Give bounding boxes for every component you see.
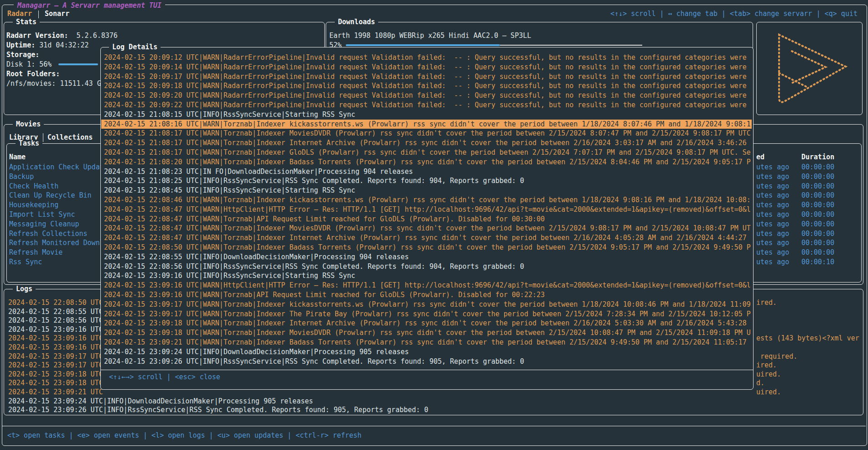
top-keybinds: <↑↓> scroll | ↔ change tab | <tab> chang… xyxy=(610,9,858,19)
task-row-name[interactable]: Clean Up Recycle Bin xyxy=(9,191,92,200)
log-row[interactable]: 2024-02-15 23:09:16 UTC xyxy=(8,343,103,352)
log-row[interactable]: 2024-02-15 23:09:16 UTC xyxy=(8,325,103,335)
task-row-executed: utes ago xyxy=(756,248,789,257)
task-row-duration: 00:00:00 xyxy=(801,238,834,248)
tab-collections[interactable]: Collections xyxy=(47,133,93,142)
log-details-row[interactable]: 2024-02-15 21:08:23 UTC|IN FO|DownloadDe… xyxy=(101,167,752,177)
download-progress-bar xyxy=(346,44,500,46)
task-row-name[interactable]: Application Check Updat xyxy=(9,162,104,172)
log-details-row[interactable]: 2024-02-15 23:09:17 UTC|WARN|Torznab|Ind… xyxy=(101,300,752,309)
task-row-name[interactable]: Import List Sync xyxy=(9,210,75,220)
task-row-name[interactable]: Rss Sync xyxy=(9,257,42,267)
log-details-row[interactable]: 2024-02-15 21:08:25 UTC|INFO|RssSyncServ… xyxy=(101,176,752,186)
log-details-row[interactable]: 2024-02-15 21:08:17 UTC|WARN|Torznab|Ind… xyxy=(101,129,752,138)
log-details-row[interactable]: 2024-02-15 23:09:18 UTC|WARN|Torznab|Ind… xyxy=(101,328,752,338)
task-row-executed: utes ago xyxy=(756,191,789,200)
log-row[interactable]: 2024-02-15 23:09:26 UTC|INFO|RssSyncServ… xyxy=(8,405,428,415)
log-row[interactable]: 2024-02-15 23:09:17 UTC xyxy=(8,352,103,361)
log-details-row[interactable]: 2024-02-15 20:09:22 UTC|WARN|RadarrError… xyxy=(101,100,752,110)
task-row-name[interactable]: Backup xyxy=(9,172,34,182)
log-details-row[interactable]: 2024-02-15 22:08:50 UTC|WARN|Torznab|Ind… xyxy=(101,243,752,252)
log-details-row[interactable]: 2024-02-15 20:09:17 UTC|WARN|RadarrError… xyxy=(101,72,752,82)
log-row[interactable]: 2024-02-15 23:09:18 UTC xyxy=(8,378,103,388)
task-row-duration: 00:00:00 xyxy=(801,172,834,182)
log-details-row[interactable]: 2024-02-15 23:09:21 UTC|WARN|Torznab|Ind… xyxy=(101,338,752,347)
log-details-row[interactable]: 2024-02-15 21:08:17 UTC|WARN|Torznab|Ind… xyxy=(101,138,752,148)
download-item[interactable]: Earth 1998 1080p WEBRip x265 Hindi AAC2.… xyxy=(329,31,531,41)
log-details-row[interactable]: 2024-02-15 23:09:16 UTC|INFO|RssSyncServ… xyxy=(101,271,752,281)
task-row-name[interactable]: Refresh Monitored Downl xyxy=(9,238,104,248)
log-details-row[interactable]: 2024-02-15 23:09:16 UTC|WARN|HttpClient|… xyxy=(101,281,752,290)
log-row[interactable]: 2024-02-15 22:08:50 UTC xyxy=(8,298,103,308)
bottom-divider xyxy=(2,426,866,426)
log-details-row-selected[interactable]: 2024-02-15 21:08:16 UTC|WARN|Torznab|Ind… xyxy=(101,120,752,129)
task-row-duration: 00:00:00 xyxy=(801,210,834,220)
task-row-executed: utes ago xyxy=(756,172,789,182)
download-progress-track xyxy=(500,45,642,46)
log-row[interactable]: 2024-02-15 23:09:21 UTC xyxy=(8,387,103,397)
task-row-name[interactable]: Housekeeping xyxy=(9,200,58,210)
task-row-executed: utes ago xyxy=(756,162,789,172)
log-row-tail: uired. xyxy=(756,370,781,379)
log-details-row[interactable]: 2024-02-15 20:09:18 UTC|WARN|RadarrError… xyxy=(101,81,752,91)
task-row-name[interactable]: Refresh Movie xyxy=(9,248,62,257)
log-details-row[interactable]: 2024-02-15 23:09:16 UTC|WARN|Torznab|API… xyxy=(101,290,752,300)
task-row-executed: utes ago xyxy=(756,257,789,267)
log-details-row[interactable]: 2024-02-15 20:09:14 UTC|WARN|RadarrError… xyxy=(101,63,752,72)
task-row-name[interactable]: Messaging Cleanup xyxy=(9,220,79,229)
log-details-row[interactable]: 2024-02-15 21:08:20 UTC|WARN|Torznab|Ind… xyxy=(101,157,752,167)
log-row[interactable]: 2024-02-15 23:09:24 UTC|INFO|DownloadDec… xyxy=(8,397,313,406)
log-details-list[interactable]: 2024-02-15 20:09:12 UTC|WARN|RadarrError… xyxy=(101,53,752,368)
stats-title: Stats xyxy=(13,18,40,26)
task-row-duration: 00:00:00 xyxy=(801,162,834,172)
task-row-duration: 00:00:10 xyxy=(801,257,834,267)
tab-separator xyxy=(38,10,39,18)
movies-tab-separator xyxy=(43,133,43,142)
log-row-tail: d. xyxy=(756,378,764,388)
log-details-row[interactable]: 2024-02-15 23:09:18 UTC|WARN|Torznab|Ind… xyxy=(101,319,752,328)
task-row-duration: 00:00:00 xyxy=(801,220,834,229)
log-details-row[interactable]: 2024-02-15 20:09:12 UTC|WARN|RadarrError… xyxy=(101,53,752,63)
task-row-executed: utes ago xyxy=(756,229,789,239)
task-row-duration: 00:00:00 xyxy=(801,182,834,191)
tab-sonarr[interactable]: Sonarr xyxy=(45,9,69,19)
log-details-row[interactable]: 2024-02-15 20:09:20 UTC|WARN|RadarrError… xyxy=(101,91,752,100)
log-details-row[interactable]: 2024-02-15 23:09:24 UTC|INFO|DownloadDec… xyxy=(101,347,752,357)
log-details-divider xyxy=(101,370,753,370)
stats-line: Storage: xyxy=(6,50,39,60)
log-details-row[interactable]: 2024-02-15 22:08:46 UTC|WARN|Torznab|Ind… xyxy=(101,195,752,205)
task-row-executed: utes ago xyxy=(756,182,789,191)
log-details-row[interactable]: 2024-02-15 21:08:15 UTC|INFO|RssSyncServ… xyxy=(101,110,752,120)
log-details-row[interactable]: 2024-02-15 23:09:26 UTC|INFO|RssSyncServ… xyxy=(101,357,752,366)
log-row-tail: required. xyxy=(756,352,797,361)
stats-line: Root Folders: xyxy=(6,69,60,79)
task-row-executed: utes ago xyxy=(756,210,789,220)
task-row-name[interactable]: Refresh Collections xyxy=(9,229,88,239)
log-details-row[interactable]: 2024-02-15 21:08:17 UTC|WARN|Torznab|Ind… xyxy=(101,148,752,157)
disk-gauge xyxy=(58,63,98,65)
task-row-duration: 00:00:00 xyxy=(801,229,834,239)
log-row[interactable]: 2024-02-15 23:09:17 UTC xyxy=(8,361,103,370)
log-row-tail: ests (143 bytes)<?xml ver xyxy=(756,334,859,343)
stats-line: /nfs/movies: 11511.43 GB xyxy=(6,79,105,89)
log-details-row[interactable]: 2024-02-15 22:08:47 UTC|WARN|Torznab|Ind… xyxy=(101,233,752,243)
log-details-row[interactable]: 2024-02-15 22:08:47 UTC|WARN|HttpClient|… xyxy=(101,205,752,215)
tasks-col-executed: ed xyxy=(756,152,764,162)
log-details-row[interactable]: 2024-02-15 23:09:17 UTC|WARN|Torznab|Ind… xyxy=(101,309,752,319)
log-details-row[interactable]: 2024-02-15 22:08:45 UTC|INFO|RssSyncServ… xyxy=(101,186,752,195)
log-row[interactable]: 2024-02-15 23:09:18 UTC xyxy=(8,370,103,379)
log-details-row[interactable]: 2024-02-15 22:08:47 UTC|WARN|Torznab|Ind… xyxy=(101,224,752,233)
log-row[interactable]: 2024-02-15 22:08:56 UTC xyxy=(8,316,103,325)
log-row[interactable]: 2024-02-15 22:08:55 UTC xyxy=(8,307,103,317)
log-row[interactable]: 2024-02-15 23:09:16 UTC xyxy=(8,334,103,343)
task-row-executed: utes ago xyxy=(756,220,789,229)
logs-title: Logs xyxy=(13,285,36,293)
task-row-executed: utes ago xyxy=(756,238,789,248)
log-details-row[interactable]: 2024-02-15 22:08:56 UTC|INFO|RssSyncServ… xyxy=(101,262,752,272)
log-details-row[interactable]: 2024-02-15 22:08:47 UTC|WARN|Torznab|API… xyxy=(101,215,752,224)
tab-radarr[interactable]: Radarr xyxy=(7,9,32,19)
log-details-row[interactable]: 2024-02-15 22:08:55 UTC|INFO|DownloadDec… xyxy=(101,252,752,262)
log-row-tail: uired. xyxy=(756,387,781,397)
stats-line: Uptime: 31d 04:32:22 xyxy=(6,41,89,50)
task-row-name[interactable]: Check Health xyxy=(9,182,58,191)
